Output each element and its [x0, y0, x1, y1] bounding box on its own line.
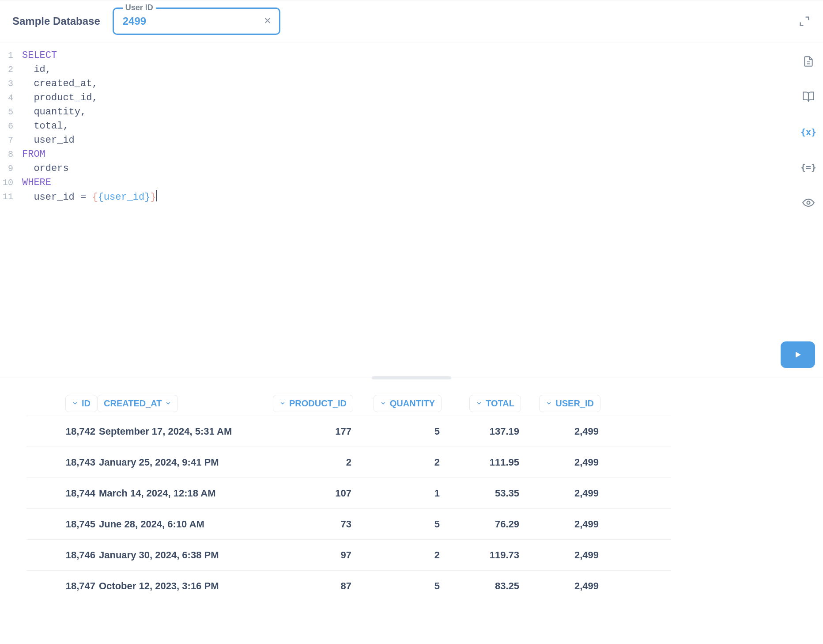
- chevron-down-icon: [72, 398, 78, 409]
- cell-total: 76.29: [442, 519, 521, 530]
- cell-product_id: 107: [265, 488, 353, 499]
- results-panel: IDCREATED_ATPRODUCT_IDQUANTITYTOTALUSER_…: [0, 383, 823, 601]
- line-number: 6: [0, 119, 13, 133]
- column-label: TOTAL: [486, 398, 514, 409]
- cell-quantity: 5: [353, 580, 442, 592]
- variable-value[interactable]: 2499: [123, 15, 254, 27]
- line-number: 8: [0, 148, 13, 162]
- cell-id: 18,743: [26, 457, 97, 468]
- data-reference-icon[interactable]: [802, 55, 815, 68]
- cell-total: 119.73: [442, 549, 521, 561]
- code-area[interactable]: SELECT id, created_at, product_id, quant…: [16, 42, 823, 378]
- chevron-down-icon: [476, 398, 482, 409]
- line-number: 4: [0, 91, 13, 105]
- chevron-down-icon: [279, 398, 286, 409]
- cell-total: 53.35: [442, 488, 521, 499]
- chevron-down-icon: [546, 398, 552, 409]
- database-name: Sample Database: [12, 15, 100, 27]
- table-header-row: IDCREATED_ATPRODUCT_IDQUANTITYTOTALUSER_…: [26, 395, 671, 416]
- clear-icon[interactable]: [264, 16, 271, 27]
- cell-user_id: 2,499: [521, 580, 600, 592]
- results-table: IDCREATED_ATPRODUCT_IDQUANTITYTOTALUSER_…: [26, 395, 671, 601]
- cell-created_at: January 30, 2024, 6:38 PM: [97, 549, 265, 561]
- cell-id: 18,742: [26, 426, 97, 437]
- cell-product_id: 87: [265, 580, 353, 592]
- cell-product_id: 177: [265, 426, 353, 437]
- editor-side-toolbar: {x} {=}: [802, 55, 815, 209]
- column-label: ID: [82, 398, 91, 409]
- chevron-down-icon: [165, 398, 171, 409]
- variable-input-user-id[interactable]: User ID 2499: [113, 8, 280, 35]
- cell-product_id: 73: [265, 519, 353, 530]
- column-header-total[interactable]: TOTAL: [442, 395, 521, 416]
- svg-point-2: [807, 201, 810, 205]
- expand-icon[interactable]: [798, 15, 811, 27]
- table-row[interactable]: 18,743January 25, 2024, 9:41 PM22111.952…: [26, 447, 671, 477]
- variables-icon[interactable]: {x}: [802, 125, 815, 139]
- text-cursor: [156, 190, 157, 201]
- column-header-id[interactable]: ID: [26, 395, 97, 416]
- preview-icon[interactable]: [802, 196, 815, 209]
- cell-created_at: October 12, 2023, 3:16 PM: [97, 580, 265, 592]
- cell-id: 18,744: [26, 488, 97, 499]
- cell-product_id: 97: [265, 549, 353, 561]
- cell-id: 18,746: [26, 549, 97, 561]
- table-row[interactable]: 18,744March 14, 2024, 12:18 AM107153.352…: [26, 477, 671, 508]
- column-label: CREATED_AT: [104, 398, 162, 409]
- line-number: 10: [0, 176, 13, 190]
- column-header-created_at[interactable]: CREATED_AT: [97, 395, 265, 416]
- column-label: PRODUCT_ID: [289, 398, 347, 409]
- line-gutter: 1234567891011: [0, 42, 16, 378]
- cell-quantity: 5: [353, 519, 442, 530]
- cell-total: 137.19: [442, 426, 521, 437]
- cell-product_id: 2: [265, 457, 353, 468]
- line-number: 9: [0, 162, 13, 176]
- column-header-quantity[interactable]: QUANTITY: [353, 395, 442, 416]
- cell-quantity: 5: [353, 426, 442, 437]
- line-number: 3: [0, 77, 13, 91]
- table-body: 18,742September 17, 2024, 5:31 AM1775137…: [26, 416, 671, 601]
- column-label: USER_ID: [555, 398, 594, 409]
- cell-user_id: 2,499: [521, 457, 600, 468]
- sql-editor[interactable]: 1234567891011 SELECT id, created_at, pro…: [0, 42, 823, 378]
- cell-user_id: 2,499: [521, 426, 600, 437]
- cell-quantity: 2: [353, 549, 442, 561]
- cell-user_id: 2,499: [521, 488, 600, 499]
- table-row[interactable]: 18,745June 28, 2024, 6:10 AM73576.292,49…: [26, 508, 671, 539]
- table-row[interactable]: 18,742September 17, 2024, 5:31 AM1775137…: [26, 416, 671, 447]
- column-header-product_id[interactable]: PRODUCT_ID: [265, 395, 353, 416]
- cell-user_id: 2,499: [521, 549, 600, 561]
- variable-label: User ID: [123, 3, 156, 12]
- line-number: 11: [0, 190, 13, 204]
- run-query-button[interactable]: [781, 341, 815, 368]
- split-handle[interactable]: [0, 378, 823, 383]
- cell-total: 111.95: [442, 457, 521, 468]
- header-bar: Sample Database User ID 2499: [0, 0, 823, 42]
- cell-user_id: 2,499: [521, 519, 600, 530]
- format-params-icon[interactable]: {=}: [802, 161, 815, 174]
- column-label: QUANTITY: [390, 398, 435, 409]
- line-number: 7: [0, 133, 13, 148]
- snippets-icon[interactable]: [802, 90, 815, 103]
- chevron-down-icon: [380, 398, 386, 409]
- table-row[interactable]: 18,746January 30, 2024, 6:38 PM972119.73…: [26, 539, 671, 570]
- line-number: 1: [0, 49, 13, 63]
- cell-total: 83.25: [442, 580, 521, 592]
- cell-created_at: March 14, 2024, 12:18 AM: [97, 488, 265, 499]
- line-number: 5: [0, 105, 13, 119]
- cell-quantity: 1: [353, 488, 442, 499]
- line-number: 2: [0, 63, 13, 77]
- cell-quantity: 2: [353, 457, 442, 468]
- table-row[interactable]: 18,747October 12, 2023, 3:16 PM87583.252…: [26, 570, 671, 601]
- column-header-user_id[interactable]: USER_ID: [521, 395, 600, 416]
- cell-created_at: June 28, 2024, 6:10 AM: [97, 519, 265, 530]
- cell-created_at: September 17, 2024, 5:31 AM: [97, 426, 265, 437]
- cell-id: 18,747: [26, 580, 97, 592]
- cell-created_at: January 25, 2024, 9:41 PM: [97, 457, 265, 468]
- cell-id: 18,745: [26, 519, 97, 530]
